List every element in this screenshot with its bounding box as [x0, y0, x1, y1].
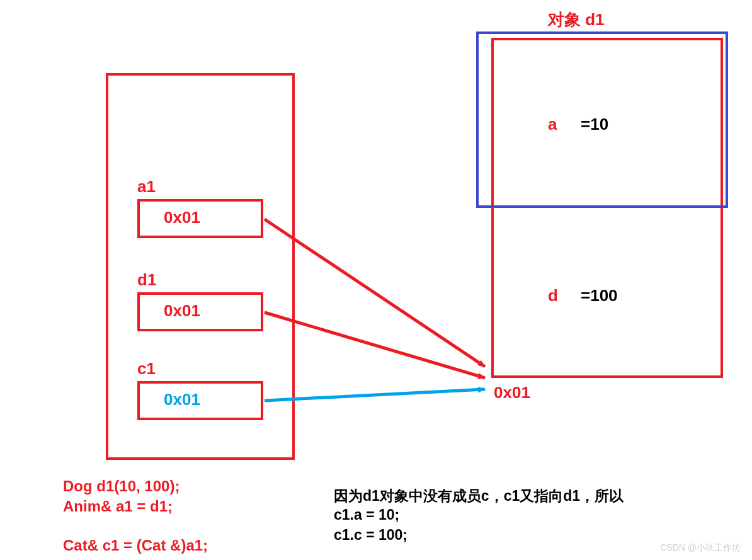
- explain-line2: c1.a = 10;: [334, 506, 399, 523]
- arrows-layer: [0, 0, 752, 560]
- explain-line3: c1.c = 100;: [334, 527, 407, 544]
- arrow-c1: [265, 389, 485, 401]
- code-line2: Anim& a1 = d1;: [63, 498, 173, 515]
- code-line3: Cat& c1 = (Cat &)a1;: [63, 537, 208, 554]
- code-line1: Dog d1(10, 100);: [63, 477, 179, 495]
- explain-line1: 因为d1对象中没有成员c，c1又指向d1，所以: [334, 486, 624, 506]
- watermark: CSDN @小玖工作坊: [660, 542, 741, 554]
